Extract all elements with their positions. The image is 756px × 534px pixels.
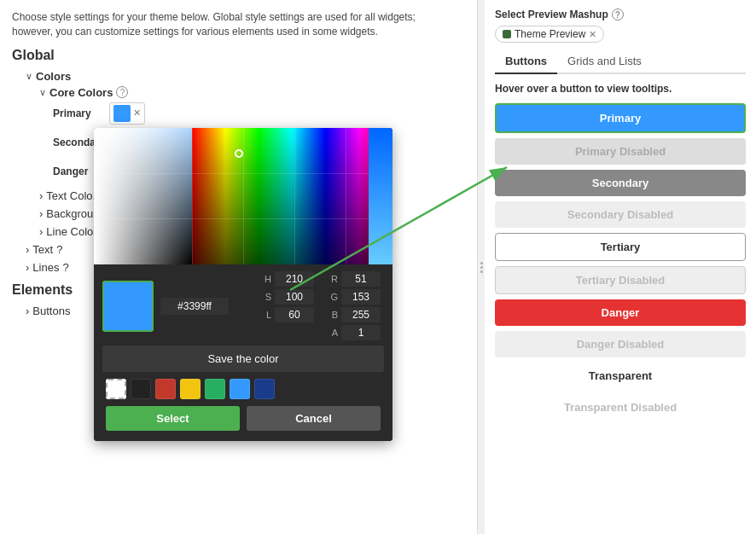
preview-btn-danger-disabled: Danger Disabled: [495, 331, 746, 357]
h-label: H: [254, 274, 271, 284]
color-strip[interactable]: [369, 128, 393, 264]
lines-section-help-icon[interactable]: ?: [62, 261, 68, 274]
text-section-label: Text: [32, 243, 53, 256]
text-colors-chevron-icon: ›: [39, 189, 43, 202]
preset-colors-row: [102, 379, 384, 399]
b-label: B: [321, 310, 338, 320]
preset-swatch-black[interactable]: [131, 379, 151, 399]
panel-divider[interactable]: [478, 0, 485, 534]
picker-values-row: H R S G L B: [102, 271, 384, 340]
preset-swatch-yellow[interactable]: [180, 379, 201, 399]
theme-preview-tag: Theme Preview ✕: [495, 26, 604, 43]
preset-swatch-empty[interactable]: [106, 379, 126, 399]
button-preview-list: Primary Primary Disabled Secondary Secon…: [495, 103, 746, 421]
preview-btn-danger[interactable]: Danger: [495, 299, 746, 326]
primary-color-swatch: [113, 105, 131, 122]
lines-section-chevron-icon: ›: [26, 261, 29, 274]
global-section-title: Global: [12, 48, 465, 63]
cancel-button[interactable]: Cancel: [247, 406, 381, 431]
core-colors-chevron-icon: ∨: [39, 87, 46, 98]
hsl-rgb-grid: H R S G L B: [254, 271, 384, 340]
preview-btn-primary-disabled: Primary Disabled: [495, 138, 746, 165]
picker-action-row: Select Cancel: [102, 406, 384, 434]
buttons-label: Buttons: [32, 305, 70, 317]
r-label: R: [321, 274, 338, 284]
preview-btn-tertiary[interactable]: Tertiary: [495, 233, 746, 261]
save-color-button[interactable]: Save the color: [102, 345, 384, 372]
colors-chevron-icon: ∨: [26, 71, 32, 82]
background-chevron-icon: ›: [39, 207, 43, 220]
preset-swatch-blue[interactable]: [230, 379, 250, 399]
tab-buttons[interactable]: Buttons: [495, 49, 557, 74]
r-input[interactable]: [341, 271, 381, 287]
preview-header-label: Select Preview Mashup: [495, 9, 608, 20]
hex-input[interactable]: [160, 298, 229, 315]
right-panel: Select Preview Mashup ? Theme Preview ✕ …: [485, 0, 756, 534]
colors-collapse[interactable]: ∨ Colors: [12, 70, 465, 83]
preview-btn-secondary[interactable]: Secondary: [495, 170, 746, 196]
colors-label: Colors: [36, 70, 71, 83]
left-panel: Choose style settings for your theme bel…: [0, 0, 478, 534]
core-colors-label: Core Colors: [49, 86, 113, 99]
preview-header: Select Preview Mashup ?: [495, 9, 746, 20]
a-label: A: [321, 328, 338, 338]
preview-btn-primary[interactable]: Primary: [495, 103, 746, 133]
a-input[interactable]: [341, 325, 381, 340]
primary-color-swatch-box[interactable]: ✕: [109, 102, 145, 125]
preview-btn-secondary-disabled: Secondary Disabled: [495, 201, 746, 228]
l-input[interactable]: [275, 307, 314, 322]
save-btn-row: Save the color: [102, 345, 384, 372]
divider-handle: [480, 262, 483, 273]
theme-preview-label: Theme Preview: [515, 28, 585, 40]
preset-swatch-green[interactable]: [205, 379, 225, 399]
tab-grids[interactable]: Grids and Lists: [557, 49, 652, 73]
picker-crosshair: [235, 149, 243, 158]
picker-bottom: H R S G L B: [94, 264, 393, 441]
tag-dot-icon: [503, 30, 511, 38]
buttons-chevron-icon: ›: [26, 305, 29, 317]
preview-btn-transparent-disabled: Transparent Disabled: [495, 394, 746, 421]
line-colors-chevron-icon: ›: [39, 225, 43, 238]
primary-label: Primary: [53, 107, 104, 119]
l-label: L: [254, 310, 271, 320]
b-input[interactable]: [341, 307, 381, 322]
primary-close-icon[interactable]: ✕: [133, 107, 141, 119]
primary-color-row: Primary ✕: [12, 102, 465, 125]
description-text: Choose style settings for your theme bel…: [12, 10, 456, 39]
preset-swatch-darkred[interactable]: [155, 379, 176, 399]
preset-swatch-darkblue[interactable]: [254, 379, 275, 399]
preview-help-icon[interactable]: ?: [612, 9, 624, 20]
color-preview-box: [102, 281, 154, 332]
color-gradient-canvas[interactable]: [94, 128, 393, 264]
tooltip-hint: Hover over a button to view tooltips.: [495, 83, 746, 95]
core-colors-help-icon[interactable]: ?: [116, 86, 128, 98]
preview-btn-transparent[interactable]: Transparent: [495, 363, 746, 389]
core-colors-collapse[interactable]: ∨ Core Colors ?: [12, 86, 465, 99]
preview-btn-tertiary-disabled: Tertiary Disabled: [495, 266, 746, 294]
h-input[interactable]: [275, 271, 314, 287]
preview-tabs: Buttons Grids and Lists: [495, 49, 746, 74]
g-input[interactable]: [341, 289, 381, 305]
tag-close-icon[interactable]: ✕: [589, 29, 596, 40]
color-picker-popup: H R S G L B: [94, 128, 393, 441]
s-input[interactable]: [275, 289, 314, 305]
hex-input-section: [160, 298, 247, 315]
text-section-chevron-icon: ›: [26, 243, 29, 256]
lines-section-label: Lines: [32, 261, 59, 274]
s-label: S: [254, 292, 271, 302]
text-section-help-icon[interactable]: ?: [56, 243, 62, 256]
select-button[interactable]: Select: [106, 406, 240, 431]
g-label: G: [321, 292, 338, 302]
